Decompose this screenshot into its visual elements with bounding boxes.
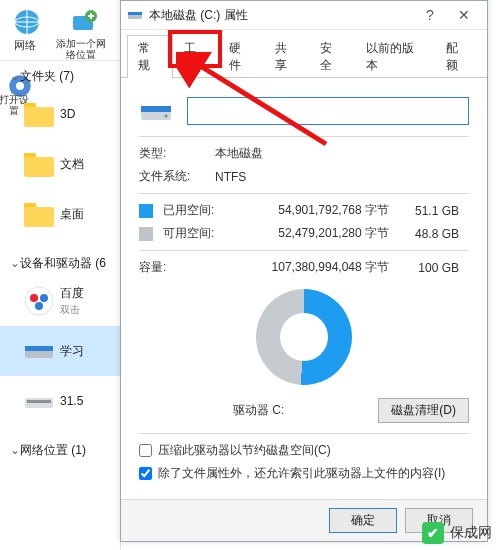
disk-cleanup-button[interactable]: 磁盘清理(D) bbox=[378, 398, 469, 423]
divider bbox=[139, 193, 469, 194]
tree-item-desktop[interactable]: 桌面 bbox=[0, 189, 120, 239]
type-label: 类型: bbox=[139, 145, 215, 162]
divider bbox=[139, 136, 469, 137]
chevron-down-icon: ⌄ bbox=[10, 443, 20, 457]
svg-rect-22 bbox=[27, 400, 51, 403]
tree-header-folders[interactable]: ⌄文件夹 (7) bbox=[0, 60, 120, 89]
tree-header-label: 文件夹 (7) bbox=[20, 69, 74, 83]
tab-previous[interactable]: 以前的版本 bbox=[355, 35, 436, 78]
drive-icon bbox=[22, 334, 56, 368]
svg-rect-12 bbox=[34, 168, 44, 170]
general-pane: 类型:本地磁盘 文件系统:NTFS 已用空间: 54,901,792,768 字… bbox=[121, 78, 487, 496]
usage-chart bbox=[139, 282, 469, 392]
tab-strip: 常规 工具 硬件 共享 安全 以前的版本 配额 bbox=[121, 30, 487, 78]
help-button[interactable]: ? bbox=[413, 4, 447, 26]
index-label: 除了文件属性外，还允许索引此驱动器上文件的内容(I) bbox=[158, 465, 445, 482]
tree-item-label: 学习 bbox=[60, 343, 84, 360]
add-network-icon bbox=[67, 6, 99, 38]
watermark: ✔ 保成网 bbox=[422, 522, 492, 544]
tree-item-3d[interactable]: 3D bbox=[0, 89, 120, 139]
divider bbox=[139, 250, 469, 251]
index-checkbox[interactable] bbox=[139, 467, 152, 480]
tab-quota[interactable]: 配额 bbox=[435, 35, 481, 78]
watermark-text: 保成网 bbox=[450, 524, 492, 542]
baidu-icon bbox=[22, 284, 56, 318]
folder-icon bbox=[22, 97, 56, 131]
svg-rect-11 bbox=[34, 164, 44, 166]
tree-header-devices[interactable]: ⌄设备和驱动器 (6 bbox=[0, 247, 120, 276]
index-checkbox-row[interactable]: 除了文件属性外，还允许索引此驱动器上文件的内容(I) bbox=[139, 465, 469, 482]
tree-header-network[interactable]: ⌄网络位置 (1) bbox=[0, 434, 120, 463]
drive-large-icon bbox=[139, 94, 173, 128]
svg-rect-20 bbox=[25, 346, 53, 351]
tab-hardware[interactable]: 硬件 bbox=[218, 35, 264, 78]
tab-security[interactable]: 安全 bbox=[309, 35, 355, 78]
svg-point-27 bbox=[165, 115, 168, 118]
used-label: 已用空间: bbox=[163, 202, 229, 219]
compress-checkbox-row[interactable]: 压缩此驱动器以节约磁盘空间(C) bbox=[139, 442, 469, 459]
volume-name-input[interactable] bbox=[187, 97, 469, 125]
tab-general[interactable]: 常规 bbox=[127, 35, 173, 78]
cap-label: 容量: bbox=[139, 259, 229, 276]
svg-rect-7 bbox=[24, 107, 54, 127]
folder-doc-icon bbox=[22, 147, 56, 181]
ribbon-btn-add-network[interactable]: 添加一个网络位置 bbox=[53, 2, 109, 60]
drive-letter-label: 驱动器 C: bbox=[139, 402, 378, 419]
compress-checkbox[interactable] bbox=[139, 444, 152, 457]
folder-desktop-icon bbox=[22, 197, 56, 231]
tree-item-study[interactable]: 学习 bbox=[0, 326, 120, 376]
ribbon-label: 网络 bbox=[0, 38, 50, 53]
type-value: 本地磁盘 bbox=[215, 145, 263, 162]
free-swatch-icon bbox=[139, 227, 153, 241]
fs-label: 文件系统: bbox=[139, 168, 215, 185]
tree-header-label: 设备和驱动器 (6 bbox=[20, 256, 106, 270]
tree-item-label: 文档 bbox=[60, 156, 84, 173]
svg-rect-10 bbox=[32, 161, 46, 173]
donut-icon bbox=[256, 289, 352, 385]
drive-icon bbox=[127, 7, 143, 23]
ok-button[interactable]: 确定 bbox=[329, 508, 397, 533]
svg-rect-24 bbox=[128, 12, 142, 15]
ribbon-label: 添加一个网络位置 bbox=[53, 38, 109, 60]
svg-point-18 bbox=[35, 302, 43, 310]
cap-human: 100 GB bbox=[389, 261, 459, 275]
divider bbox=[139, 433, 469, 434]
ribbon-btn-network[interactable]: 网络 bbox=[0, 2, 50, 53]
used-swatch-icon bbox=[139, 204, 153, 218]
compress-label: 压缩此驱动器以节约磁盘空间(C) bbox=[158, 442, 331, 459]
tree-item-label: 3D bbox=[60, 107, 75, 121]
drive-c-icon bbox=[22, 384, 56, 418]
close-button[interactable]: ✕ bbox=[447, 4, 481, 26]
cap-bytes: 107,380,994,048 字节 bbox=[229, 259, 389, 276]
tab-sharing[interactable]: 共享 bbox=[264, 35, 310, 78]
tab-tools[interactable]: 工具 bbox=[173, 35, 219, 78]
titlebar[interactable]: 本地磁盘 (C:) 属性 ? ✕ bbox=[121, 1, 487, 30]
used-bytes: 54,901,792,768 字节 bbox=[229, 202, 389, 219]
svg-point-17 bbox=[40, 294, 48, 302]
free-bytes: 52,479,201,280 字节 bbox=[229, 225, 389, 242]
dialog-title: 本地磁盘 (C:) 属性 bbox=[149, 7, 413, 24]
svg-rect-14 bbox=[24, 207, 54, 227]
tree-item-label: 百度双击 bbox=[60, 285, 84, 317]
tree-item-label: 桌面 bbox=[60, 206, 84, 223]
explorer-sidebar: ⌄文件夹 (7) 3D 文档 桌面 ⌄设备和驱动器 (6 百度双击 学习 31.… bbox=[0, 60, 121, 550]
explorer-ribbon: 网络 添加一个网络位置 打开设置 bbox=[0, 0, 120, 61]
fs-value: NTFS bbox=[215, 170, 246, 184]
tree-header-label: 网络位置 (1) bbox=[20, 443, 86, 457]
globe-icon bbox=[11, 6, 43, 38]
svg-rect-26 bbox=[141, 106, 171, 112]
chevron-down-icon: ⌄ bbox=[10, 256, 20, 270]
tree-item-docs[interactable]: 文档 bbox=[0, 139, 120, 189]
tree-item-label: 31.5 bbox=[60, 394, 83, 408]
shield-icon: ✔ bbox=[422, 522, 444, 544]
properties-dialog: 本地磁盘 (C:) 属性 ? ✕ 常规 工具 硬件 共享 安全 以前的版本 配额… bbox=[120, 0, 488, 542]
svg-point-16 bbox=[30, 294, 38, 302]
svg-point-15 bbox=[25, 287, 53, 315]
tree-item-baidu[interactable]: 百度双击 bbox=[0, 276, 120, 326]
free-label: 可用空间: bbox=[163, 225, 229, 242]
used-human: 51.1 GB bbox=[389, 204, 459, 218]
chevron-down-icon: ⌄ bbox=[10, 69, 20, 83]
tree-item-drive-c[interactable]: 31.5 bbox=[0, 376, 120, 426]
free-human: 48.8 GB bbox=[389, 227, 459, 241]
